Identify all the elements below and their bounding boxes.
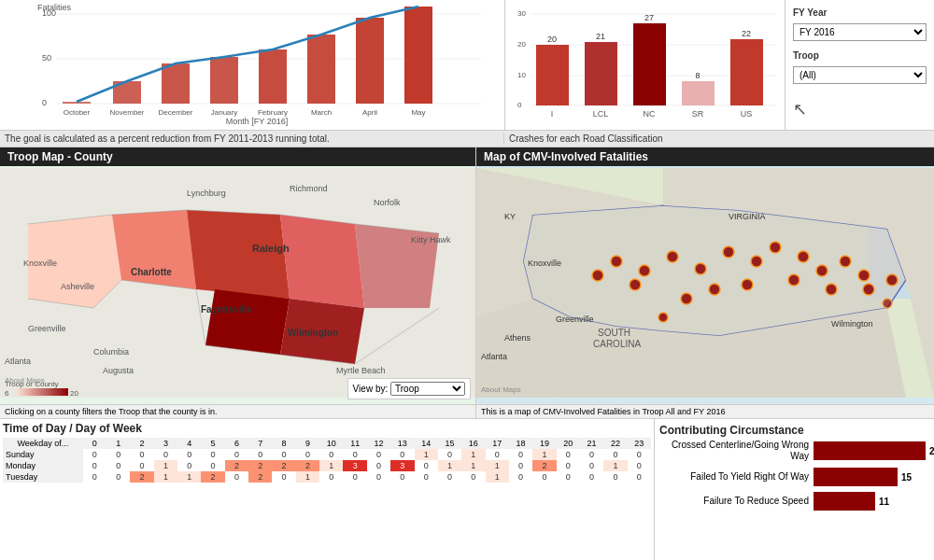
heatmap-col-17: 17 <box>486 438 509 449</box>
x-feb: February <box>258 108 288 117</box>
heatmap-cell: 0 <box>367 471 390 483</box>
x-jan: January <box>211 108 237 117</box>
heatmap-cell: 0 <box>177 460 201 471</box>
heatmap-cell: 0 <box>83 449 106 460</box>
heatmap-cell: 0 <box>557 471 580 483</box>
dot-11 <box>858 270 870 281</box>
cmv-bar-us <box>730 39 763 105</box>
controls-panel: FY Year FY 2014 FY 2015 FY 2016 FY 2017 … <box>785 0 934 130</box>
heatmap-cell: 2 <box>248 460 272 471</box>
cmv-cat-i: I <box>551 109 554 119</box>
heatmap-cell: 0 <box>201 460 224 471</box>
map2-wilmington: Wilmington <box>831 319 873 329</box>
x-axis-label: Month [FY 2016] <box>226 117 288 126</box>
dot-18 <box>826 284 837 295</box>
heatmap-cell: 0 <box>319 471 343 483</box>
about-maps-2: About Maps <box>481 385 521 394</box>
cmv-map-caption: This is a map of CMV-Involved Fatalities… <box>476 404 934 418</box>
heatmap-cell: 0 <box>461 471 485 483</box>
city-wilmington: Wilmington <box>288 328 338 338</box>
contrib-label-2: Failed To Yield Right Of Way <box>659 471 809 483</box>
dot-15 <box>630 279 641 290</box>
troop-map-bg: Knoxville Asheville Charlotte Greenville… <box>0 168 475 398</box>
dot-21 <box>658 313 668 322</box>
dot-10 <box>840 256 851 267</box>
city-greenville: Greenville <box>28 324 66 333</box>
heatmap-cell: 0 <box>628 471 651 483</box>
heatmap-col-6: 6 <box>225 438 248 449</box>
bar-may <box>404 7 432 104</box>
fatalities-chart: 100 50 0 Fatalities 22 40 46 <box>0 0 504 130</box>
heatmap-row-label: Tuesday <box>3 471 83 483</box>
heatmap-col-7: 7 <box>248 438 272 449</box>
dot-5 <box>723 246 734 258</box>
heatmap-cell: 1 <box>319 460 343 471</box>
about-maps: About Maps <box>5 376 45 385</box>
heatmap-cell: 1 <box>532 449 556 460</box>
map2-sc2: CAROLINA <box>593 339 641 349</box>
cmv-chart: 30 20 10 0 20 I 21 LCL 27 <box>504 0 785 130</box>
dot-2 <box>639 265 650 276</box>
troop-map-title: Troop Map - County <box>0 147 475 166</box>
contrib-label-3: Failure To Reduce Speed <box>659 496 809 507</box>
fy-select[interactable]: FY 2014 FY 2015 FY 2016 FY 2017 <box>793 23 927 41</box>
heatmap-cell: 2 <box>201 471 224 483</box>
heatmap-cell: 3 <box>343 460 366 471</box>
heatmap-cell: 2 <box>225 460 248 471</box>
dot-9 <box>816 265 828 276</box>
cmv-fatalities-map[interactable]: Map of CMV-Involved Fatalities <box>476 147 934 418</box>
y-fatalities-label: Fatalities <box>37 3 72 12</box>
contrib-bar-wrap-2: 15 <box>814 468 912 486</box>
troop-map[interactable]: Troop Map - County <box>0 147 476 418</box>
heatmap-cell: 0 <box>83 471 106 483</box>
dot-4 <box>695 263 706 274</box>
map2-knoxville: Knoxville <box>528 259 561 268</box>
bar-dec <box>162 63 190 104</box>
map2-athens: Athens <box>504 333 531 343</box>
heatmap-cell: 1 <box>177 471 201 483</box>
troop-select[interactable]: (All) Troop A Troop B Troop C <box>793 66 927 84</box>
view-by-select[interactable]: Troop County <box>390 382 465 396</box>
nc-east-c <box>280 215 364 308</box>
contrib-bar-3 <box>814 492 875 511</box>
heatmap-col-0: 0 <box>83 438 106 449</box>
map2-ky: KY <box>504 212 516 221</box>
heatmap-col-19: 19 <box>532 438 556 449</box>
x-may: May <box>411 108 425 117</box>
cmv-val-i: 20 <box>547 35 557 44</box>
cmv-y0: 0 <box>517 101 522 109</box>
heatmap-cell: 0 <box>580 449 603 460</box>
x-mar: March <box>311 108 332 117</box>
cmv-bar-nc <box>633 23 666 105</box>
cmv-y10: 10 <box>517 71 526 79</box>
legend-min: 6 <box>5 389 9 398</box>
heatmap-cell: 0 <box>509 449 532 460</box>
heatmap-cell: 0 <box>106 471 130 483</box>
troop-map-caption: Clicking on a county filters the Troop t… <box>0 404 475 418</box>
heatmap-cell: 2 <box>272 460 295 471</box>
heatmap-cell: 0 <box>390 471 414 483</box>
heatmap-row: Tuesday002112020100000001000000 <box>3 471 651 483</box>
heatmap-cell: 0 <box>225 471 248 483</box>
contributing-section: Contributing Circumstance Crossed Center… <box>654 419 934 560</box>
heatmap-col-10: 10 <box>319 438 343 449</box>
heatmap-table: Weekday of... 0 1 2 3 4 5 6 7 8 9 10 11 … <box>3 438 651 483</box>
heatmap-cell: 0 <box>415 471 438 483</box>
heatmap-cell: 0 <box>130 460 153 471</box>
dot-13 <box>681 293 692 304</box>
heatmap-cell: 1 <box>296 471 319 483</box>
city-asheville: Asheville <box>61 282 94 291</box>
heatmap-cell: 0 <box>509 460 532 471</box>
cmv-map-bg: Knoxville Greenville Athens Atlanta Wilm… <box>476 168 934 398</box>
x-dec: December <box>159 108 193 117</box>
cmv-map-title: Map of CMV-Involved Fatalities <box>476 147 934 166</box>
contrib-label-1: Crossed Centerline/Going Wrong Way <box>659 440 809 462</box>
heatmap-cell: 0 <box>106 460 130 471</box>
heatmap-cell: 0 <box>415 460 438 471</box>
bar-feb <box>259 49 287 104</box>
contrib-val-1: 20 <box>929 446 934 456</box>
dot-22 <box>883 299 892 308</box>
y-mid-label: 50 <box>42 53 51 63</box>
crashes-note: Crashes for each Road Classification <box>504 133 934 144</box>
city-raleigh: Raleigh <box>252 243 290 254</box>
